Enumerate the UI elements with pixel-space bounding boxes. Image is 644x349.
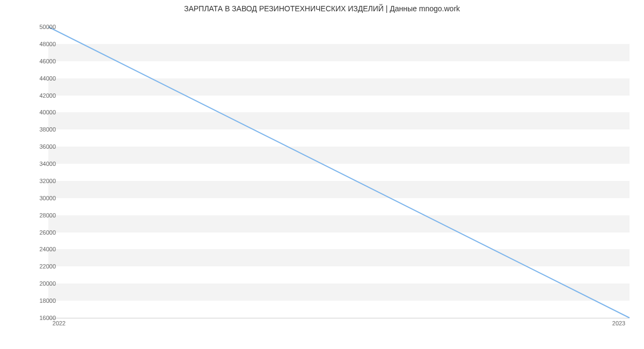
y-axis-tick: 18000 (24, 297, 56, 304)
line-layer (48, 27, 630, 318)
y-axis-tick: 36000 (24, 143, 56, 150)
y-axis-tick: 44000 (24, 75, 56, 82)
x-axis-tick: 2023 (612, 320, 625, 326)
y-axis-tick: 22000 (24, 263, 56, 270)
y-axis-tick: 16000 (24, 315, 56, 321)
chart-container: ЗАРПЛАТА В ЗАВОД РЕЗИНОТЕХНИЧЕСКИХ ИЗДЕЛ… (0, 0, 644, 349)
y-axis-tick: 50000 (24, 24, 56, 30)
y-axis-tick: 40000 (24, 109, 56, 115)
y-axis-tick: 48000 (24, 41, 56, 47)
y-axis-tick: 38000 (24, 126, 56, 133)
x-axis-tick: 2022 (53, 320, 65, 326)
y-axis-tick: 32000 (24, 178, 56, 184)
plot-area (48, 27, 630, 318)
y-axis-tick: 28000 (24, 212, 56, 219)
y-axis-tick: 24000 (24, 246, 56, 252)
y-axis-tick: 46000 (24, 58, 56, 64)
y-axis-tick: 30000 (24, 195, 56, 201)
y-axis-tick: 20000 (24, 280, 56, 287)
series-line (48, 27, 630, 318)
chart-title: ЗАРПЛАТА В ЗАВОД РЕЗИНОТЕХНИЧЕСКИХ ИЗДЕЛ… (0, 0, 644, 13)
y-axis-tick: 34000 (24, 161, 56, 167)
y-axis-tick: 42000 (24, 92, 56, 99)
y-axis-tick: 26000 (24, 229, 56, 236)
